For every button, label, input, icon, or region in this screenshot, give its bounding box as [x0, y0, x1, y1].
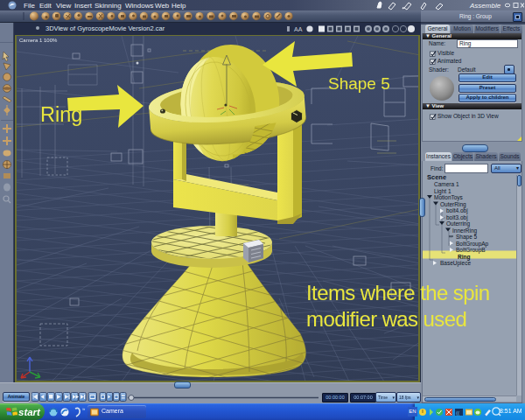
svg-text:BaseUpiece: BaseUpiece: [440, 260, 471, 267]
svg-text:Ring: Ring: [40, 103, 82, 126]
svg-text:Scene: Scene: [427, 175, 446, 181]
svg-text:Shape 5: Shape 5: [328, 74, 390, 93]
svg-text:((: ((: [456, 410, 459, 415]
svg-text:Camera 1: Camera 1: [434, 181, 459, 187]
svg-text:start: start: [18, 407, 41, 417]
svg-text:»: »: [82, 406, 86, 411]
svg-text:AA: AA: [294, 26, 303, 32]
